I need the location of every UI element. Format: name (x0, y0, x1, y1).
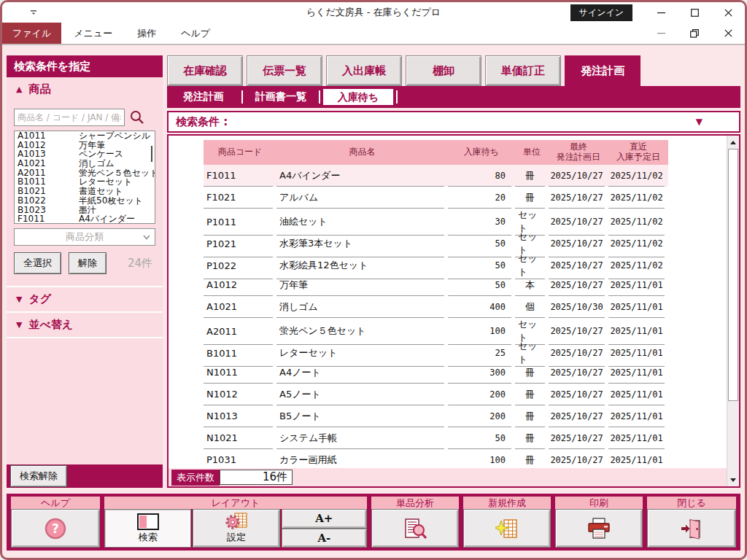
product-section-label: 商品 (28, 82, 50, 96)
clear-search-button[interactable]: 検索解除 (10, 465, 67, 487)
product-list-item[interactable]: A1011シャープペンシル (15, 131, 155, 141)
table-row[interactable]: N1012A5ノート200冊2025/10/272025/11/01 (204, 384, 668, 405)
scroll-down-icon[interactable] (727, 474, 739, 486)
cell-product-code: F1021 (204, 187, 273, 209)
cell-next-arrival-date: 2025/11/02 (608, 165, 665, 187)
table-row[interactable]: N1013B5ノート200冊2025/10/272025/11/01 (204, 405, 668, 427)
item-analysis-button[interactable] (371, 509, 459, 548)
table-row[interactable]: P1021水彩筆3本セット50セット2025/10/272025/11/02 (204, 230, 668, 252)
product-list-item[interactable]: F1011A4バインダー (15, 214, 155, 224)
cell-unit: 冊 (515, 384, 545, 405)
sidebar-title: 検索条件を指定 (7, 55, 163, 77)
cell-waiting-qty: 80 (448, 165, 511, 187)
row-count-value: 16件 (220, 470, 293, 485)
tag-section-header[interactable]: ▼ タグ (7, 287, 163, 311)
gear-icon (225, 513, 248, 530)
column-header[interactable]: 入庫待ち (448, 147, 515, 158)
menu-item-help[interactable]: ヘルプ (169, 23, 222, 44)
menu-item-file[interactable]: ファイル (2, 23, 61, 44)
cell-waiting-qty: 50 (448, 427, 511, 449)
restore-icon[interactable] (678, 23, 711, 44)
product-section-header[interactable]: ▲ 商品 (7, 77, 163, 101)
filter-bar[interactable]: 検索条件 : ▼ (167, 111, 740, 133)
layout-group-label: レイアウト (104, 497, 367, 509)
table-scrollbar-thumb[interactable] (728, 149, 738, 401)
new-document-button[interactable] (463, 509, 551, 548)
filter-bar-label: 検索条件 : (176, 115, 228, 129)
font-smaller-button[interactable]: A- (282, 529, 367, 548)
signin-button[interactable]: サインイン (570, 4, 632, 21)
cell-waiting-qty: 300 (448, 362, 511, 384)
column-header[interactable]: 最終 発注計画日 (549, 142, 608, 163)
product-name: A4バインダー (79, 214, 155, 224)
print-button[interactable] (555, 509, 643, 548)
cell-product-name: B5ノート (276, 405, 444, 427)
chevron-down-icon[interactable]: ▼ (696, 117, 732, 127)
table-row[interactable]: N1021システム手帳50冊2025/10/272025/11/01 (204, 427, 668, 449)
product-list-item[interactable]: A1021消しゴム (15, 159, 155, 168)
main-tab[interactable]: 在庫確認 (167, 55, 243, 86)
column-header[interactable]: 商品名 (276, 147, 448, 158)
category-select[interactable]: 商品分類 (14, 228, 155, 246)
minimize-icon[interactable] (644, 23, 678, 44)
select-all-button[interactable]: 全選択 (14, 252, 61, 274)
column-header[interactable]: 商品コード (204, 147, 276, 158)
close-icon[interactable] (711, 2, 745, 23)
document-magnifier-icon (403, 518, 427, 540)
title-bar: らくだ文房具 - 在庫らくだプロ サインイン (2, 2, 745, 23)
table-row[interactable]: P1022水彩絵具12色セット50セット2025/10/272025/11/02 (204, 252, 668, 274)
table-row[interactable]: A1012万年筆50本2025/10/272025/11/01 (204, 274, 668, 296)
product-code: F1011 (15, 214, 79, 224)
sub-tab[interactable]: 入庫待ち (323, 89, 393, 105)
layout-search-button[interactable]: 検索 (104, 509, 191, 548)
scroll-up-icon[interactable] (727, 136, 739, 148)
question-icon: ? (44, 517, 67, 540)
table-row[interactable]: A1021消しゴム400個2025/10/302025/11/01 (204, 296, 668, 318)
help-group-label: ヘルプ (11, 497, 100, 509)
cell-product-name: 万年筆 (276, 274, 444, 296)
minimize-icon[interactable] (644, 2, 678, 23)
product-list-item[interactable]: B1022半紙50枚セット (15, 196, 155, 206)
cell-unit: 冊 (515, 187, 545, 209)
table-row[interactable]: A2011蛍光ペン５色セット100セット2025/10/272025/11/01 (204, 318, 668, 340)
product-search-input[interactable] (14, 109, 125, 126)
product-list[interactable]: A1011シャープペンシルA1012万年筆A1013ペンケースA1021消しゴム… (14, 131, 155, 224)
cell-product-name: アルバム (276, 187, 444, 209)
help-button[interactable]: ? (11, 509, 100, 548)
menu-item-menu[interactable]: メニュー (61, 23, 125, 44)
product-name: 半紙50枚セット (79, 196, 155, 206)
cell-product-name: A4バインダー (276, 165, 444, 187)
sub-tab[interactable]: 計画書一覧 (244, 90, 317, 104)
cell-last-plan-date: 2025/10/27 (549, 427, 605, 449)
table-scrollbar[interactable] (727, 136, 739, 486)
table-row[interactable]: F1021アルバム20冊2025/10/272025/11/02 (204, 187, 668, 209)
table-row[interactable]: F1011A4バインダー80冊2025/10/272025/11/02 (204, 165, 668, 187)
maximize-icon[interactable] (678, 2, 711, 23)
search-icon[interactable] (129, 109, 145, 125)
sort-section-header[interactable]: ▼ 並べ替え (7, 313, 163, 337)
cell-next-arrival-date: 2025/11/02 (608, 187, 665, 209)
close-icon[interactable] (711, 23, 745, 44)
close-app-button[interactable] (647, 509, 736, 548)
sub-tab[interactable]: 発注計画 (167, 90, 240, 104)
sub-tab-separator (241, 90, 243, 104)
menu-item-operations[interactable]: 操作 (125, 23, 169, 44)
main-tab[interactable]: 単価訂正 (485, 55, 561, 86)
column-header[interactable]: 単位 (515, 147, 549, 158)
main-tab[interactable]: 発注計画 (565, 55, 640, 86)
cell-product-name: 消しゴム (276, 296, 444, 318)
cell-product-name: A4ノート (276, 362, 444, 384)
list-scrollbar-thumb[interactable] (151, 146, 152, 162)
column-header[interactable]: 直近 入庫予定日 (608, 142, 668, 163)
font-larger-button[interactable]: A+ (282, 509, 367, 529)
product-list-item[interactable]: B1021書道セット (15, 187, 155, 196)
main-tab[interactable]: 入出庫帳 (326, 55, 402, 86)
main-tab[interactable]: 棚卸 (406, 55, 481, 86)
main-tab[interactable]: 伝票一覧 (247, 55, 322, 86)
table-row[interactable]: B1011レターセット25セット2025/10/272025/11/01 (204, 340, 668, 362)
layout-settings-button[interactable]: 設定 (193, 509, 279, 548)
table-row[interactable]: P1011油絵セット30セット2025/10/272025/11/02 (204, 209, 668, 230)
table-row[interactable]: N1011A4ノート300冊2025/10/272025/11/01 (204, 362, 668, 384)
table-footer: 表示件数 16件 (169, 468, 727, 486)
deselect-button[interactable]: 解除 (69, 252, 107, 274)
